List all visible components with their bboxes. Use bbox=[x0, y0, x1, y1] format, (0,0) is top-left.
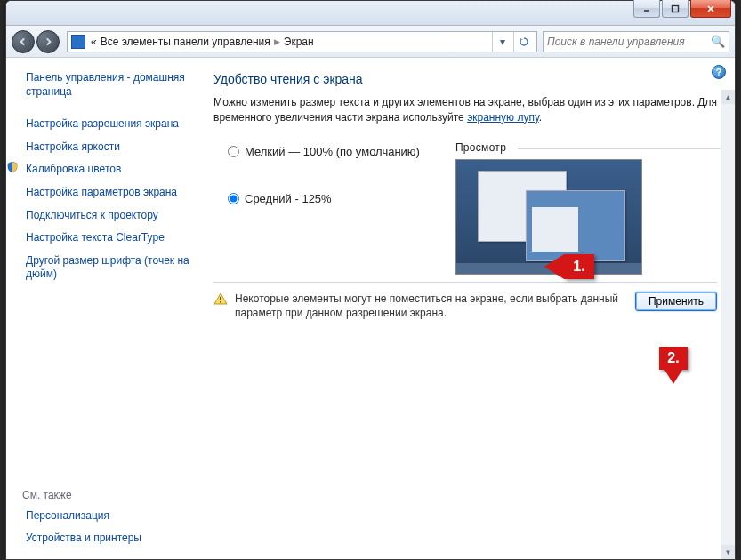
preview-label: Просмотр bbox=[455, 141, 642, 154]
warning-row: Некоторые элементы могут не поместиться … bbox=[213, 292, 717, 320]
sidebar-item-brightness[interactable]: Настройка яркости bbox=[22, 136, 197, 159]
sidebar-item-cleartype[interactable]: Настройка текста ClearType bbox=[22, 227, 197, 250]
sidebar-footer-devices[interactable]: Устройства и принтеры bbox=[22, 527, 191, 550]
warning-text: Некоторые элементы могут не поместиться … bbox=[235, 292, 628, 320]
warning-icon bbox=[213, 292, 228, 305]
shield-icon bbox=[6, 161, 19, 173]
intro-text: Можно изменить размер текста и других эл… bbox=[213, 95, 717, 125]
close-button[interactable] bbox=[690, 0, 731, 18]
breadcrumb-prefix: « bbox=[91, 36, 97, 48]
body: ? Панель управления - домашняя страница … bbox=[6, 58, 735, 559]
forward-button[interactable] bbox=[36, 30, 60, 53]
window-buttons bbox=[633, 0, 731, 18]
radio-medium-input[interactable] bbox=[228, 193, 239, 204]
minimize-button[interactable] bbox=[633, 0, 660, 18]
scrollbar[interactable]: ▲ ▼ bbox=[721, 90, 735, 559]
search-box[interactable]: 🔍 bbox=[543, 31, 729, 52]
control-panel-window: « Все элементы панели управления ▶ Экран… bbox=[5, 0, 736, 560]
svg-rect-5 bbox=[220, 301, 221, 303]
radio-small-input[interactable] bbox=[228, 146, 239, 157]
magnifier-link[interactable]: экранную лупу bbox=[467, 111, 539, 124]
callout-1: 1. bbox=[564, 254, 594, 279]
search-input[interactable] bbox=[547, 36, 711, 48]
arrow-left-icon bbox=[18, 36, 28, 47]
sidebar-item-display-settings[interactable]: Настройка параметров экрана bbox=[22, 181, 197, 204]
breadcrumb-item-2[interactable]: Экран bbox=[284, 36, 314, 48]
sidebar-footer-personalization[interactable]: Персонализация bbox=[22, 505, 191, 528]
radio-medium[interactable]: Средний - 125% bbox=[228, 188, 420, 209]
breadcrumb-item-1[interactable]: Все элементы панели управления bbox=[101, 36, 270, 48]
chevron-right-icon: ▶ bbox=[274, 37, 280, 46]
sidebar-item-projector[interactable]: Подключиться к проектору bbox=[22, 204, 197, 228]
page-title: Удобство чтения с экрана bbox=[213, 72, 717, 86]
address-bar[interactable]: « Все элементы панели управления ▶ Экран… bbox=[67, 31, 537, 52]
svg-rect-1 bbox=[673, 5, 679, 12]
scroll-track[interactable] bbox=[721, 104, 735, 545]
sidebar-footer: См. также Персонализация Устройства и пр… bbox=[22, 485, 191, 550]
refresh-button[interactable] bbox=[513, 32, 533, 52]
radio-small-label: Мелкий — 100% (по умолчанию) bbox=[245, 145, 420, 158]
sidebar-item-dpi[interactable]: Другой размер шрифта (точек на дюйм) bbox=[22, 250, 197, 286]
titlebar bbox=[6, 1, 735, 26]
maximize-button[interactable] bbox=[662, 0, 689, 18]
nav-buttons bbox=[12, 30, 61, 53]
scroll-up-button[interactable]: ▲ bbox=[721, 90, 735, 104]
sidebar-item-resolution[interactable]: Настройка разрешения экрана bbox=[22, 113, 197, 136]
size-options: Мелкий — 100% (по умолчанию) Средний - 1… bbox=[213, 141, 420, 236]
sidebar-item-calibrate[interactable]: Калибровка цветов bbox=[22, 158, 125, 181]
sidebar-home-link[interactable]: Панель управления - домашняя страница bbox=[22, 67, 197, 108]
sidebar: Панель управления - домашняя страница На… bbox=[6, 58, 197, 559]
svg-rect-4 bbox=[220, 297, 221, 300]
radio-medium-label: Средний - 125% bbox=[245, 192, 332, 205]
refresh-icon bbox=[519, 36, 529, 47]
callout-2: 2. bbox=[659, 347, 688, 370]
arrow-right-icon bbox=[43, 36, 53, 47]
scroll-down-button[interactable]: ▼ bbox=[721, 545, 735, 559]
apply-button[interactable]: Применить bbox=[635, 292, 717, 311]
back-button[interactable] bbox=[12, 30, 35, 53]
sidebar-footer-heading: См. также bbox=[22, 485, 191, 505]
toolbar: « Все элементы панели управления ▶ Экран… bbox=[6, 26, 735, 58]
breadcrumb: « Все элементы панели управления ▶ Экран bbox=[91, 36, 314, 48]
main-content: Удобство чтения с экрана Можно изменить … bbox=[197, 58, 735, 559]
radio-small[interactable]: Мелкий — 100% (по умолчанию) bbox=[228, 141, 420, 162]
search-icon: 🔍 bbox=[711, 35, 725, 48]
display-icon bbox=[71, 35, 85, 49]
address-dropdown[interactable]: ▾ bbox=[492, 32, 511, 52]
